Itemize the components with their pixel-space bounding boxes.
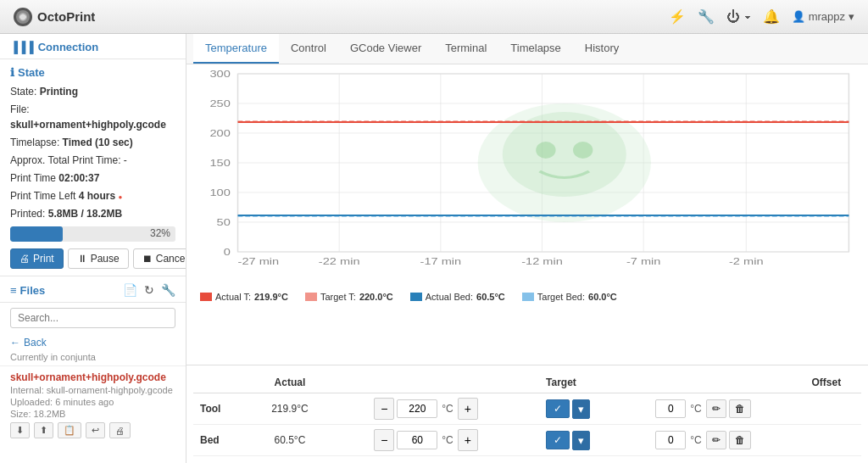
file-list-item: skull+ornament+highpoly.gcode Internal: … (0, 365, 186, 443)
pause-label: Pause (91, 253, 120, 265)
state-print-time-value: 02:00:37 (58, 172, 99, 184)
bed-label: Bed (193, 425, 249, 456)
bed-target-input[interactable] (397, 431, 437, 449)
chart-legend: Actual T: 219.9°C Target T: 220.0°C Actu… (193, 290, 861, 305)
bed-confirm-dropdown-btn[interactable]: ▾ (572, 431, 590, 450)
search-input[interactable] (10, 308, 175, 328)
tool-plus-btn[interactable]: + (458, 398, 478, 420)
temperature-chart: 300 250 200 150 100 50 0 -27 min -22 min… (193, 70, 861, 273)
flash-icon: ⚡ (669, 8, 686, 25)
state-filename: skull+ornament+highpoly.gcode (10, 119, 166, 131)
user-icon: 👤 (792, 10, 805, 23)
files-section: ≡ Files 📄 ↻ 🔧 ← Back Currently in conjun… (0, 276, 186, 443)
file-size: Size: 18.2MB (10, 409, 175, 419)
bed-target-cell: − °C + (331, 425, 521, 456)
power-icon[interactable]: ⏻ ▾ (726, 9, 750, 25)
col-name (193, 372, 249, 393)
connection-section[interactable]: ▐▐▐ Connection (0, 34, 186, 59)
svg-text:150: 150 (209, 159, 230, 168)
tool-confirm-cell: ✓ ▾ (521, 393, 615, 425)
col-target: Target (331, 372, 792, 393)
state-print-time-left: Print Time Left 4 hours ● (10, 188, 175, 204)
file-copy-btn[interactable]: 📋 (58, 422, 81, 438)
bed-offset-unit: °C (690, 434, 701, 446)
tool-target-input[interactable] (397, 399, 437, 418)
bed-confirm-btn[interactable]: ✓ (546, 431, 570, 449)
legend-target-bed-label: Target Bed: (537, 292, 585, 302)
brand-name: OctoPrint (37, 9, 95, 24)
back-label: Back (24, 337, 47, 349)
file-print-btn[interactable]: 🖨 (109, 422, 131, 438)
file-uploaded: Uploaded: 6 minutes ago (10, 397, 175, 407)
username: mrappz (809, 10, 845, 23)
currently-in: Currently in conjunta (0, 352, 186, 365)
tool-confirm-dropdown-btn[interactable]: ▾ (572, 399, 590, 419)
tab-timelapse[interactable]: Timelapse (498, 34, 572, 64)
cancel-icon: ⏹ (142, 253, 153, 265)
main-layout: ▐▐▐ Connection ℹ State State: Printing F… (0, 34, 868, 463)
file-name[interactable]: skull+ornament+highpoly.gcode (10, 371, 175, 383)
files-title[interactable]: ≡ Files (10, 284, 45, 297)
tab-terminal[interactable]: Terminal (433, 34, 498, 64)
octoprint-logo (14, 8, 32, 26)
tab-history[interactable]: History (573, 34, 631, 64)
bed-offset-delete-btn[interactable]: 🗑 (729, 431, 751, 449)
svg-point-16 (503, 112, 626, 197)
tool-confirm-btn[interactable]: ✓ (546, 399, 570, 418)
file-move-btn[interactable]: ↩ (86, 422, 105, 438)
file-upload-btn[interactable]: ⬆ (34, 422, 53, 438)
user-caret-icon: ▾ (849, 10, 854, 23)
files-label: Files (20, 284, 46, 297)
new-file-icon[interactable]: 📄 (123, 283, 137, 297)
bed-offset-input[interactable] (655, 431, 686, 449)
svg-text:250: 250 (209, 99, 230, 109)
tool-offset-delete-btn[interactable]: 🗑 (729, 399, 751, 418)
legend-actual-t-color (200, 293, 212, 301)
bars-icon: ▐▐▐ (10, 41, 34, 53)
bed-actual: 60.5°C (249, 425, 331, 456)
tool-minus-btn[interactable]: − (374, 398, 394, 420)
state-approx-value: - (124, 154, 127, 166)
svg-text:50: 50 (217, 218, 231, 227)
tab-temperature[interactable]: Temperature (193, 34, 279, 64)
bed-confirm-cell: ✓ ▾ (521, 425, 615, 456)
state-timelapse-value: Timed (10 sec) (63, 137, 133, 148)
state-printed: Printed: 5.8MB / 18.2MB (10, 206, 175, 221)
back-link[interactable]: ← Back (0, 333, 186, 352)
tabs: Temperature Control GCode Viewer Termina… (186, 34, 868, 64)
wrench-icon[interactable]: 🔧 (698, 8, 715, 25)
cancel-button[interactable]: ⏹ Cancel (133, 248, 186, 269)
bell-icon[interactable]: 🔔 (763, 8, 780, 25)
files-wrench-icon[interactable]: 🔧 (161, 283, 175, 297)
legend-target-bed-value: 60.0°C (588, 292, 617, 302)
connection-label: Connection (38, 41, 99, 53)
print-btn-group: 🖨 Print ⏸ Pause ⏹ Cancel (10, 248, 175, 269)
bed-offset-cell: °C ✏ 🗑 (615, 425, 791, 456)
chart-area: 300 250 200 150 100 50 0 -27 min -22 min… (186, 64, 868, 365)
file-internal: Internal: skull-ornament-highpoly.gcode (10, 385, 175, 395)
pause-button[interactable]: ⏸ Pause (68, 248, 129, 269)
svg-point-18 (573, 142, 593, 159)
tab-gcode-viewer[interactable]: GCode Viewer (338, 34, 433, 64)
legend-actual-t-label: Actual T: (215, 292, 251, 302)
tool-offset-unit: °C (690, 403, 701, 415)
tool-offset-input[interactable] (655, 399, 686, 418)
state-title[interactable]: ℹ State (10, 66, 175, 79)
user-menu[interactable]: 👤 mrappz ▾ (792, 10, 854, 23)
bed-offset-edit-btn[interactable]: ✏ (706, 431, 726, 449)
state-print-time: Print Time 02:00:37 (10, 170, 175, 186)
brand: OctoPrint (14, 8, 95, 26)
file-download-btn[interactable]: ⬇ (10, 422, 30, 438)
bed-plus-btn[interactable]: + (458, 429, 478, 451)
svg-text:0: 0 (224, 248, 231, 257)
state-title-label: State (18, 66, 45, 79)
bed-minus-btn[interactable]: − (374, 429, 394, 451)
svg-text:-27 min: -27 min (238, 257, 280, 266)
progress-label: 32% (150, 227, 170, 239)
tab-control[interactable]: Control (279, 34, 338, 64)
refresh-icon[interactable]: ↻ (144, 283, 154, 297)
legend-target-t-color (305, 293, 317, 301)
tool-offset-edit-btn[interactable]: ✏ (706, 399, 726, 418)
svg-text:-22 min: -22 min (319, 257, 360, 266)
print-button[interactable]: 🖨 Print (10, 248, 64, 269)
